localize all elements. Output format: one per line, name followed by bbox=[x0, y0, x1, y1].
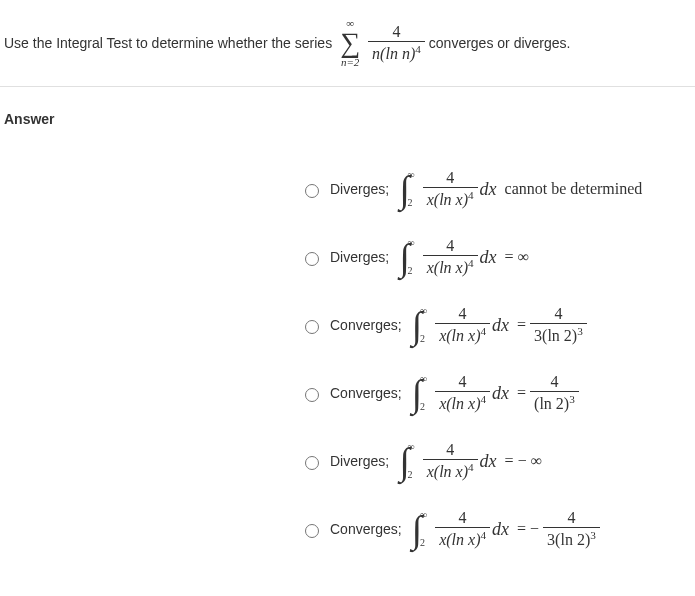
options-group: Diverges;∫∞24x(ln x)4dx cannot be determ… bbox=[0, 137, 695, 551]
question-lead: Use the Integral Test to determine wheth… bbox=[4, 35, 332, 51]
result-label: Converges; bbox=[330, 317, 402, 333]
integrand-fraction: 4x(ln x)4 bbox=[423, 237, 478, 278]
option-tail: cannot be determined bbox=[505, 180, 643, 198]
answer-radio[interactable] bbox=[305, 524, 319, 538]
result-label: Diverges; bbox=[330, 249, 389, 265]
series-fraction: 4 n(ln n)4 bbox=[368, 23, 425, 64]
option-tail: = 43(ln 2)3 bbox=[517, 305, 587, 346]
answer-option[interactable]: Diverges;∫∞24x(ln x)4dx = ∞ bbox=[300, 235, 695, 279]
answer-option[interactable]: Converges;∫∞24x(ln x)4dx = − 43(ln 2)3 bbox=[300, 507, 695, 551]
option-tail: = − ∞ bbox=[505, 452, 542, 470]
answer-option[interactable]: Diverges;∫∞24x(ln x)4dx = − ∞ bbox=[300, 439, 695, 483]
answer-option[interactable]: Converges;∫∞24x(ln x)4dx = 4(ln 2)3 bbox=[300, 371, 695, 415]
rhs-fraction: 43(ln 2)3 bbox=[543, 509, 600, 550]
rhs-fraction: 4(ln 2)3 bbox=[530, 373, 579, 414]
integral-expression: ∫∞24x(ln x)4dx bbox=[397, 236, 496, 278]
answer-radio[interactable] bbox=[305, 184, 319, 198]
integrand-fraction: 4x(ln x)4 bbox=[423, 441, 478, 482]
dx: dx bbox=[480, 451, 497, 472]
answer-heading: Answer bbox=[0, 87, 695, 137]
result-label: Converges; bbox=[330, 521, 402, 537]
integral-limits: ∞2 bbox=[420, 372, 427, 414]
answer-radio[interactable] bbox=[305, 252, 319, 266]
integral-limits: ∞2 bbox=[408, 168, 415, 210]
sigma-notation: ∞ ∑ n=2 bbox=[340, 18, 360, 68]
integral-expression: ∫∞24x(ln x)4dx bbox=[410, 304, 509, 346]
integrand-fraction: 4x(ln x)4 bbox=[435, 373, 490, 414]
integrand-fraction: 4x(ln x)4 bbox=[435, 305, 490, 346]
integral-limits: ∞2 bbox=[408, 440, 415, 482]
integral-limits: ∞2 bbox=[420, 508, 427, 550]
answer-option[interactable]: Diverges;∫∞24x(ln x)4dx cannot be determ… bbox=[300, 167, 695, 211]
option-tail: = ∞ bbox=[505, 248, 529, 266]
integral-expression: ∫∞24x(ln x)4dx bbox=[397, 168, 496, 210]
integrand-fraction: 4x(ln x)4 bbox=[435, 509, 490, 550]
rhs-fraction: 43(ln 2)3 bbox=[530, 305, 587, 346]
option-tail: = − 43(ln 2)3 bbox=[517, 509, 600, 550]
dx: dx bbox=[492, 315, 509, 336]
result-label: Converges; bbox=[330, 385, 402, 401]
result-label: Diverges; bbox=[330, 181, 389, 197]
result-label: Diverges; bbox=[330, 453, 389, 469]
answer-radio[interactable] bbox=[305, 456, 319, 470]
dx: dx bbox=[492, 519, 509, 540]
dx: dx bbox=[480, 179, 497, 200]
question-tail: converges or diverges. bbox=[429, 35, 571, 51]
integral-expression: ∫∞24x(ln x)4dx bbox=[397, 440, 496, 482]
integral-limits: ∞2 bbox=[408, 236, 415, 278]
integrand-fraction: 4x(ln x)4 bbox=[423, 169, 478, 210]
integral-expression: ∫∞24x(ln x)4dx bbox=[410, 508, 509, 550]
dx: dx bbox=[480, 247, 497, 268]
integral-limits: ∞2 bbox=[420, 304, 427, 346]
option-tail: = 4(ln 2)3 bbox=[517, 373, 579, 414]
dx: dx bbox=[492, 383, 509, 404]
question-prompt: Use the Integral Test to determine wheth… bbox=[0, 0, 695, 86]
answer-radio[interactable] bbox=[305, 388, 319, 402]
integral-expression: ∫∞24x(ln x)4dx bbox=[410, 372, 509, 414]
answer-radio[interactable] bbox=[305, 320, 319, 334]
answer-option[interactable]: Converges;∫∞24x(ln x)4dx = 43(ln 2)3 bbox=[300, 303, 695, 347]
